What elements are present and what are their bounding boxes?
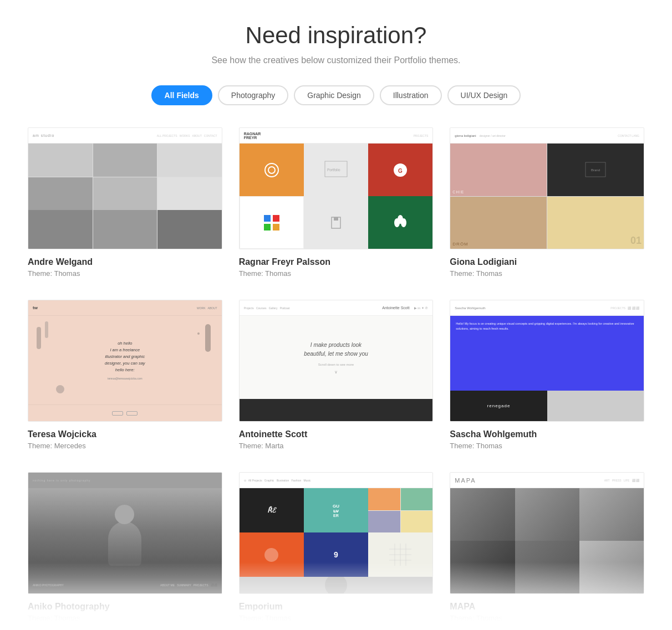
gallery-item-antoinette: Projects Courses Gallery Podcast Antoine… [239,300,434,450]
item-theme-ragnar: Theme: Thomas [239,269,434,278]
gallery-grid: am studio ALL PROJECTS WORKS ABOUT CONTA… [28,127,644,622]
gallery-item-sascha: Sascha Wohlgemuth PROJECTS ⬜ ⬜ ⬜ Hello! … [450,300,644,450]
item-name-aniko: Aniko Photography [28,602,222,612]
thumbnail-giona[interactable]: giona lodigiani designer / art director … [450,127,644,249]
svg-point-14 [401,218,406,227]
svg-text:Brand: Brand [591,168,600,172]
item-theme-teresa: Theme: Mercedes [28,442,222,450]
filter-illustration[interactable]: Illustration [380,85,442,105]
item-name-teresa: Teresa Wojcicka [28,429,222,439]
item-name-ragnar: Ragnar Freyr Palsson [239,257,434,267]
page-title: Need inspiration? [28,22,644,49]
item-theme-aniko: Theme: Thomas [28,614,222,622]
filter-tabs: All Fields Photography Graphic Design Il… [28,85,644,105]
thumbnail-ragnar[interactable]: RAGNARFREYR PROJECTS Portfolio [239,127,434,249]
item-theme-sascha: Theme: Thomas [450,442,644,450]
item-name-andre: Andre Welgand [28,257,222,267]
item-theme-andre: Theme: Thomas [28,269,222,278]
item-theme-mapa: Theme: Thomas [450,614,644,622]
thumbnail-teresa[interactable]: tw WORK ABOUT oh hell [28,300,222,422]
filter-uiux[interactable]: UI/UX Design [447,85,521,105]
gallery-item-andre: am studio ALL PROJECTS WORKS ABOUT CONTA… [28,127,222,278]
item-name-mapa: MAPA [450,602,644,612]
gallery-item-teresa: tw WORK ABOUT oh hell [28,300,222,450]
thumbnail-andre[interactable]: am studio ALL PROJECTS WORKS ABOUT CONTA… [28,127,222,249]
svg-text:G: G [398,168,403,174]
item-theme-giona: Theme: Thomas [450,269,644,278]
thumbnail-antoinette[interactable]: Projects Courses Gallery Podcast Antoine… [239,300,434,422]
svg-rect-6 [264,215,271,222]
gallery-item-mapa: MAPA ART PRESS LIFE ⬜ ⬜ MAPA Theme: Thom… [450,472,644,622]
filter-all[interactable]: All Fields [151,85,212,105]
svg-rect-8 [264,224,271,231]
item-name-emporium: Emporium [239,602,434,612]
svg-point-1 [268,167,275,173]
teresa-nav: WORK ABOUT [197,306,217,310]
item-name-antoinette: Antoinette Scott [239,429,434,439]
gallery-item-ragnar: RAGNARFREYR PROJECTS Portfolio [239,127,434,278]
svg-point-0 [265,163,278,177]
thumbnail-emporium[interactable]: ⊙ All Projects Graphic Illustration Fash… [239,472,434,594]
item-name-giona: Giona Lodigiani [450,257,644,267]
filter-graphic-design[interactable]: Graphic Design [294,85,374,105]
svg-rect-9 [273,224,279,231]
thumbnail-sascha[interactable]: Sascha Wohlgemuth PROJECTS ⬜ ⬜ ⬜ Hello! … [450,300,644,422]
item-name-sascha: Sascha Wohlgemuth [450,429,644,439]
gallery-item-emporium: ⊙ All Projects Graphic Illustration Fash… [239,472,434,622]
svg-rect-7 [273,215,279,222]
filter-photography[interactable]: Photography [218,85,288,105]
teresa-logo: tw [33,305,38,310]
page-header: Need inspiration? See how the creatives … [28,22,644,65]
svg-rect-11 [334,217,338,221]
item-theme-emporium: Theme: Thomas [239,614,434,622]
thumbnail-mapa[interactable]: MAPA ART PRESS LIFE ⬜ ⬜ [450,472,644,594]
gallery-item-giona: giona lodigiani designer / art director … [450,127,644,278]
svg-text:Portfolio: Portfolio [327,168,340,172]
page-container: Need inspiration? See how the creatives … [0,0,672,630]
item-theme-antoinette: Theme: Marta [239,442,434,450]
thumbnail-aniko[interactable]: nothing here is only photography [28,472,222,594]
page-subtitle: See how the creatives below customized t… [28,55,644,65]
gallery-item-aniko: nothing here is only photography [28,472,222,622]
